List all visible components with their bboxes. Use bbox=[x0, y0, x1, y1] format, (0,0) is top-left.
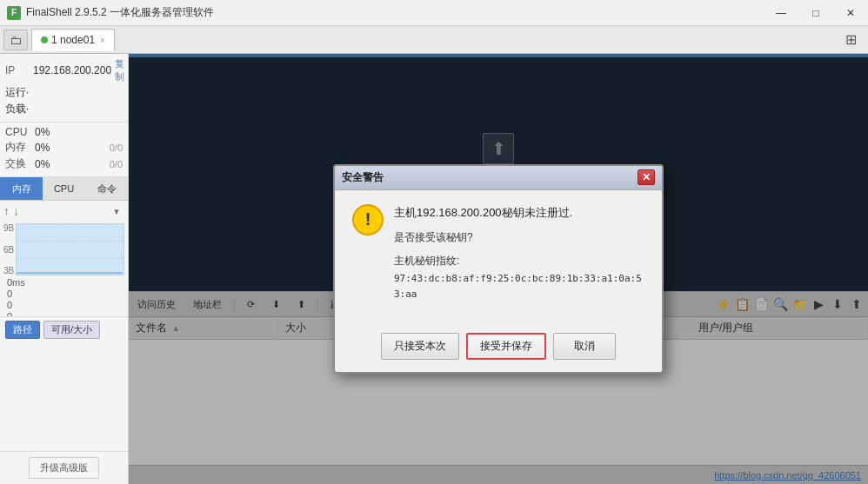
dialog-warning-row: ! 主机192.168.200.200秘钥未注册过. 是否接受该秘钥? 主机秘钥… bbox=[352, 204, 644, 302]
stat-0b: 0 bbox=[7, 300, 121, 310]
running-label: 运行· bbox=[5, 85, 29, 100]
accept-once-button[interactable]: 只接受本次 bbox=[381, 333, 459, 360]
cpu-value: 0% bbox=[35, 126, 56, 138]
size-btn[interactable]: 可用/大小 bbox=[43, 321, 100, 339]
app-title: FinalShell 2.9.5.2 一体化服务器管理软件 bbox=[26, 5, 214, 20]
close-button[interactable]: ✕ bbox=[833, 0, 868, 26]
left-panel: IP 192.168.200.200 复制 运行· 负载· CPU 0% 内存 … bbox=[0, 54, 129, 484]
chart-y-labels: 9B 6B 3B bbox=[3, 222, 14, 275]
ip-row: IP 192.168.200.200 复制 bbox=[5, 57, 123, 83]
latency-stat: 0ms bbox=[7, 277, 121, 288]
swap-extra: 0/0 bbox=[110, 159, 123, 169]
swap-stat-row: 交换 0% 0/0 bbox=[5, 156, 123, 171]
app-icon: F bbox=[7, 6, 21, 20]
load-row: 负载· bbox=[5, 102, 123, 116]
ip-value: 192.168.200.200 bbox=[33, 64, 111, 76]
dialog-title-bar: 安全警告 ✕ bbox=[335, 166, 662, 190]
mem-extra: 0/0 bbox=[110, 143, 123, 153]
network-chart bbox=[16, 223, 124, 275]
dialog-buttons: 只接受本次 接受并保存 取消 bbox=[335, 326, 662, 372]
dialog-close-button[interactable]: ✕ bbox=[638, 169, 655, 185]
swap-label: 交换 bbox=[5, 156, 33, 171]
window-controls: — □ ✕ bbox=[764, 0, 868, 26]
tab-bar: 🗀 1 node01 × ⊞ bbox=[0, 26, 868, 54]
cpu-stat-row: CPU 0% bbox=[5, 126, 123, 138]
stats-section: CPU 0% 内存 0% 0/0 交换 0% 0/0 bbox=[0, 123, 128, 177]
copy-btn[interactable]: 复制 bbox=[115, 57, 124, 83]
grid-view-icon[interactable]: ⊞ bbox=[837, 26, 865, 54]
ip-label: IP bbox=[5, 64, 30, 76]
main-layout: IP 192.168.200.200 复制 运行· 负载· CPU 0% 内存 … bbox=[0, 54, 868, 484]
chart-with-labels: 9B 6B 3B bbox=[3, 222, 124, 275]
stat-0a: 0 bbox=[7, 288, 121, 299]
dialog-main-message: 主机192.168.200.200秘钥未注册过. bbox=[394, 204, 644, 222]
right-area: ⬆ 访问历史 地址栏 ⟳ ⬇ ⬆ 路径历史 命令历史 ⚡ 📋 📄 🔍 📁 ▶ ⬇… bbox=[129, 54, 868, 484]
title-bar: F FinalShell 2.9.5.2 一体化服务器管理软件 — □ ✕ bbox=[0, 0, 868, 26]
upgrade-button[interactable]: 升级高级版 bbox=[29, 457, 99, 479]
accept-save-button[interactable]: 接受并保存 bbox=[466, 333, 546, 360]
tab-close-icon[interactable]: × bbox=[100, 36, 105, 45]
running-row: 运行· bbox=[5, 85, 123, 100]
cancel-button[interactable]: 取消 bbox=[553, 333, 616, 360]
minimize-button[interactable]: — bbox=[764, 0, 798, 26]
tab-status-dot bbox=[41, 36, 48, 43]
maximize-button[interactable]: □ bbox=[798, 0, 833, 26]
dropdown-arrow-icon[interactable]: ▼ bbox=[112, 207, 121, 216]
stat-0c: 0 bbox=[7, 311, 121, 316]
tab-mem[interactable]: 内存 bbox=[0, 177, 43, 200]
chart-area: ↑ ↓ ▼ 9B 6B 3B 0ms 0 0 0 bbox=[0, 201, 128, 316]
left-tab-bar: 内存 CPU 命令 bbox=[0, 177, 128, 201]
tab-cpu[interactable]: CPU bbox=[43, 177, 85, 200]
fingerprint-value: 97:43:dc:b8:af:f9:25:0c:bc:89:1b:33:a1:0… bbox=[394, 271, 644, 302]
warning-icon: ! bbox=[352, 204, 384, 235]
tab-nav-folder[interactable]: 🗀 bbox=[3, 30, 28, 50]
mem-value: 0% bbox=[35, 142, 56, 154]
network-stats: 0ms 0 0 0 bbox=[3, 275, 124, 316]
mem-stat-row: 内存 0% 0/0 bbox=[5, 140, 123, 155]
chart-label-9b: 9B bbox=[3, 223, 14, 233]
connection-info: IP 192.168.200.200 复制 运行· 负载· bbox=[0, 54, 128, 123]
path-list bbox=[0, 342, 128, 451]
upgrade-section: 升级高级版 bbox=[0, 451, 128, 484]
path-btn[interactable]: 路径 bbox=[5, 321, 40, 339]
dialog-body: ! 主机192.168.200.200秘钥未注册过. 是否接受该秘钥? 主机秘钥… bbox=[335, 190, 662, 326]
chart-label-6b: 6B bbox=[3, 245, 14, 255]
fingerprint-label: 主机秘钥指纹: bbox=[394, 253, 644, 269]
load-label: 负载· bbox=[5, 102, 29, 116]
dialog-overlay: 安全警告 ✕ ! 主机192.168.200.200秘钥未注册过. 是否接受该秘… bbox=[129, 54, 868, 484]
chart-controls: ↑ ↓ ▼ bbox=[3, 204, 124, 218]
tab-cmd[interactable]: 命令 bbox=[85, 177, 128, 200]
swap-value: 0% bbox=[35, 158, 56, 170]
path-section: 路径 可用/大小 bbox=[0, 316, 128, 342]
security-dialog: 安全警告 ✕ ! 主机192.168.200.200秘钥未注册过. 是否接受该秘… bbox=[333, 164, 664, 374]
dialog-title: 安全警告 bbox=[342, 170, 638, 185]
dialog-message: 主机192.168.200.200秘钥未注册过. 是否接受该秘钥? 主机秘钥指纹… bbox=[394, 204, 644, 302]
tab-label: 1 node01 bbox=[51, 34, 95, 46]
up-arrow-icon: ↑ bbox=[3, 204, 10, 218]
chart-label-3b: 3B bbox=[3, 266, 14, 275]
cpu-label: CPU bbox=[5, 126, 33, 138]
mem-label: 内存 bbox=[5, 140, 33, 155]
down-arrow-icon: ↓ bbox=[13, 204, 19, 218]
dialog-sub-message: 是否接受该秘钥? bbox=[394, 229, 644, 246]
tab-node01[interactable]: 1 node01 × bbox=[31, 29, 115, 51]
